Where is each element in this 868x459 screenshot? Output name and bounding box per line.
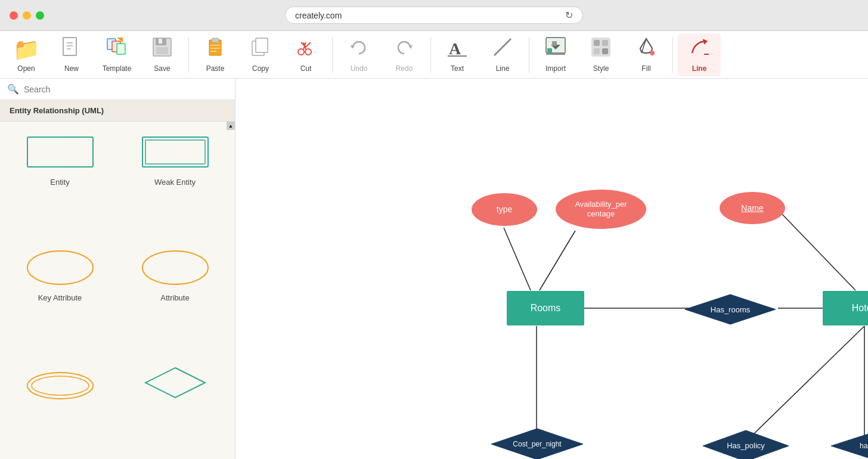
relationship-has-rooms[interactable]: Has_rooms bbox=[684, 293, 777, 328]
import-button[interactable]: Import bbox=[534, 33, 577, 76]
svg-text:Has_policy: Has_policy bbox=[727, 441, 765, 450]
relationship-cost-per-night[interactable]: Cost_per_night bbox=[491, 427, 584, 459]
svg-rect-6 bbox=[117, 44, 125, 54]
line-active-label: Line bbox=[692, 64, 707, 73]
entity-visual bbox=[24, 131, 96, 173]
svg-rect-39 bbox=[602, 48, 608, 54]
text-icon: A bbox=[447, 36, 468, 62]
svg-line-51 bbox=[540, 231, 575, 290]
svg-text:has-facilities: has-facilities bbox=[860, 442, 868, 450]
weak-entity-shape[interactable]: Weak Entity bbox=[125, 131, 225, 232]
svg-rect-42 bbox=[27, 137, 93, 167]
hotel-label: Hotel bbox=[852, 303, 868, 314]
svg-rect-18 bbox=[256, 38, 268, 52]
key-attribute-visual bbox=[24, 247, 96, 289]
open-button[interactable]: 📁 Open bbox=[5, 33, 48, 76]
svg-point-20 bbox=[305, 49, 311, 55]
svg-line-59 bbox=[748, 326, 864, 439]
import-icon bbox=[545, 36, 566, 62]
svg-rect-15 bbox=[210, 48, 220, 49]
svg-rect-37 bbox=[602, 40, 608, 46]
entity-rooms[interactable]: Rooms bbox=[507, 291, 584, 325]
undo-button[interactable]: Undo bbox=[337, 33, 380, 76]
svg-rect-10 bbox=[156, 47, 168, 54]
minimize-button[interactable] bbox=[23, 11, 31, 20]
svg-rect-38 bbox=[594, 48, 600, 54]
line-active-icon bbox=[689, 36, 710, 62]
save-button[interactable]: Save bbox=[141, 33, 184, 76]
svg-line-29 bbox=[494, 39, 511, 55]
svg-line-24 bbox=[306, 42, 311, 47]
cut-button[interactable]: Cut bbox=[284, 33, 327, 76]
search-bar: 🔍 bbox=[0, 79, 235, 100]
attribute-type[interactable]: type bbox=[472, 193, 537, 226]
copy-button[interactable]: Copy bbox=[239, 33, 282, 76]
template-button[interactable]: Template bbox=[95, 33, 138, 76]
style-button[interactable]: Style bbox=[579, 33, 622, 76]
search-icon: 🔍 bbox=[7, 83, 19, 95]
text-label: Text bbox=[451, 64, 464, 73]
entity-shape[interactable]: Entity bbox=[10, 131, 110, 232]
relationship-has-policy[interactable]: Has_policy bbox=[702, 429, 790, 459]
new-button[interactable]: New bbox=[50, 33, 93, 76]
search-input[interactable] bbox=[24, 85, 228, 94]
attribute-shape[interactable]: Attribute bbox=[125, 247, 225, 348]
redo-icon bbox=[393, 37, 415, 62]
import-label: Import bbox=[545, 64, 566, 73]
paste-button[interactable]: Paste bbox=[194, 33, 237, 76]
save-icon bbox=[151, 36, 173, 62]
close-button[interactable] bbox=[10, 11, 18, 20]
svg-text:Has_rooms: Has_rooms bbox=[711, 305, 751, 314]
svg-marker-49 bbox=[145, 368, 205, 398]
copy-label: Copy bbox=[252, 64, 269, 73]
line-button[interactable]: Line bbox=[481, 33, 524, 76]
separator-1 bbox=[188, 37, 189, 73]
attribute-visual bbox=[140, 247, 211, 289]
canvas[interactable]: type Availability_percentage Name Rating… bbox=[235, 79, 868, 459]
relationship-has-facilities[interactable]: has-facilities bbox=[830, 429, 868, 459]
weak-entity-label: Weak Entity bbox=[154, 178, 196, 187]
title-bar: creately.com ↻ bbox=[0, 0, 868, 31]
shapes-grid: Entity Weak Entity Key bbox=[0, 122, 235, 459]
text-button[interactable]: A Text bbox=[436, 33, 479, 76]
svg-rect-32 bbox=[552, 41, 557, 46]
redo-label: Redo bbox=[396, 64, 413, 73]
key-attribute-shape[interactable]: Key Attribute bbox=[10, 247, 110, 348]
style-icon bbox=[590, 36, 612, 62]
line-label: Line bbox=[496, 64, 510, 73]
type-label: type bbox=[497, 204, 512, 215]
line-active-button[interactable]: Line bbox=[678, 33, 721, 76]
separator-3 bbox=[430, 37, 431, 73]
url-text: creately.com bbox=[295, 11, 342, 20]
extra-shape-2[interactable] bbox=[125, 362, 225, 449]
diagram-svg bbox=[235, 79, 868, 459]
redo-button[interactable]: Redo bbox=[383, 33, 426, 76]
save-label: Save bbox=[154, 64, 170, 73]
svg-rect-13 bbox=[212, 38, 219, 42]
scroll-up-button[interactable]: ▲ bbox=[227, 122, 235, 130]
svg-line-50 bbox=[504, 228, 531, 290]
attribute-availability[interactable]: Availability_percentage bbox=[556, 190, 646, 229]
maximize-button[interactable] bbox=[36, 11, 44, 20]
svg-rect-11 bbox=[159, 39, 162, 44]
refresh-button[interactable]: ↻ bbox=[565, 10, 573, 21]
svg-line-55 bbox=[778, 210, 855, 290]
attribute-name[interactable]: Name bbox=[720, 192, 785, 224]
separator-5 bbox=[672, 37, 673, 73]
fill-label: Fill bbox=[641, 64, 650, 73]
key-attribute-label: Key Attribute bbox=[38, 293, 82, 302]
svg-rect-14 bbox=[210, 45, 220, 46]
svg-rect-44 bbox=[145, 140, 205, 164]
style-label: Style bbox=[593, 64, 609, 73]
svg-point-46 bbox=[142, 251, 208, 284]
svg-rect-16 bbox=[210, 51, 216, 52]
fill-button[interactable]: Fill bbox=[625, 33, 668, 76]
url-bar[interactable]: creately.com ↻ bbox=[285, 7, 583, 24]
weak-entity-visual bbox=[140, 131, 211, 173]
svg-rect-43 bbox=[142, 137, 208, 167]
extra-shape-1[interactable] bbox=[10, 362, 110, 449]
entity-hotel[interactable]: Hotel bbox=[823, 291, 868, 325]
template-label: Template bbox=[103, 64, 132, 73]
paste-label: Paste bbox=[206, 64, 225, 73]
copy-icon bbox=[250, 36, 271, 62]
